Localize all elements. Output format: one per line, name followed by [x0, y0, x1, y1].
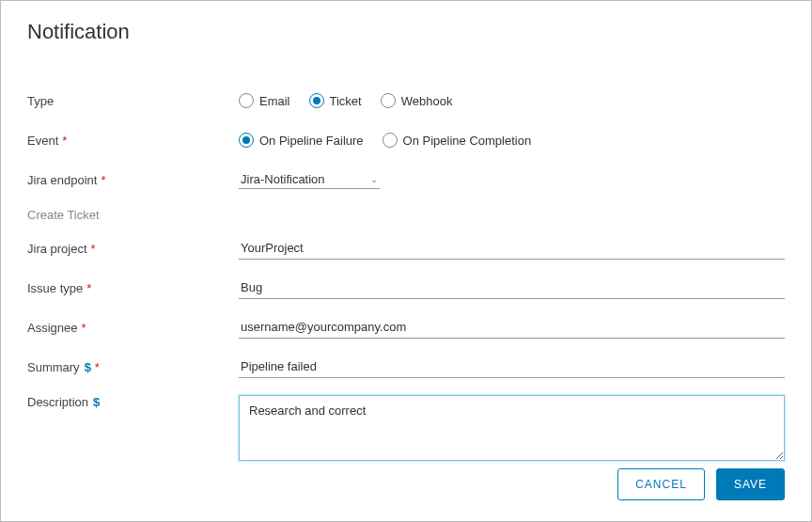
label-issue-type: Issue type *: [27, 281, 239, 295]
radio-event-completion[interactable]: On Pipeline Completion: [383, 133, 532, 148]
required-icon: *: [91, 242, 96, 256]
jira-project-field: [239, 237, 785, 260]
label-summary: Summary $ *: [27, 360, 239, 374]
row-issue-type: Issue type *: [27, 277, 785, 299]
label-jira-project: Jira project *: [27, 242, 239, 256]
jira-endpoint-value: Jira-Notification: [241, 172, 325, 186]
row-type: Type Email Ticket Webhook: [27, 89, 785, 112]
assignee-input[interactable]: [239, 316, 785, 339]
row-assignee: Assignee *: [27, 316, 785, 339]
variable-icon[interactable]: $: [93, 395, 100, 409]
radio-type-ticket[interactable]: Ticket: [309, 93, 362, 108]
variable-icon[interactable]: $: [85, 360, 91, 374]
required-icon: *: [62, 134, 67, 148]
required-icon: *: [95, 360, 100, 374]
issue-type-input[interactable]: [239, 277, 785, 299]
label-jira-endpoint: Jira endpoint *: [27, 173, 239, 187]
button-bar: CANCEL SAVE: [617, 468, 785, 500]
radio-event-completion-label: On Pipeline Completion: [403, 134, 532, 148]
page-title: Notification: [27, 20, 785, 44]
endpoint-field: Jira-Notification ⌄: [239, 170, 785, 189]
radio-circle-icon: [239, 133, 254, 148]
radio-type-webhook[interactable]: Webhook: [381, 93, 453, 108]
radio-circle-icon: [383, 133, 398, 148]
assignee-field: [239, 316, 785, 339]
issue-type-field: [239, 277, 785, 299]
label-assignee: Assignee *: [27, 321, 239, 335]
label-type-text: Type: [27, 94, 54, 108]
radio-circle-icon: [381, 93, 396, 108]
label-event-text: Event: [27, 134, 58, 148]
event-radio-group: On Pipeline Failure On Pipeline Completi…: [239, 133, 785, 148]
required-icon: *: [81, 321, 86, 335]
radio-type-email[interactable]: Email: [239, 93, 290, 108]
description-input[interactable]: [239, 395, 785, 461]
required-icon: *: [86, 281, 91, 295]
label-jira-endpoint-text: Jira endpoint: [27, 173, 97, 187]
row-jira-project: Jira project *: [27, 237, 785, 260]
jira-project-input[interactable]: [239, 237, 785, 260]
section-create-ticket: Create Ticket: [27, 208, 785, 222]
label-description: Description $: [27, 395, 239, 409]
cancel-button[interactable]: CANCEL: [617, 468, 705, 500]
label-summary-text: Summary: [27, 360, 80, 374]
radio-event-failure[interactable]: On Pipeline Failure: [239, 133, 364, 148]
required-icon: *: [101, 173, 105, 187]
radio-circle-icon: [239, 93, 254, 108]
row-jira-endpoint: Jira endpoint * Jira-Notification ⌄: [27, 168, 785, 191]
label-description-text: Description: [27, 395, 88, 409]
summary-input[interactable]: [239, 356, 785, 378]
save-button[interactable]: SAVE: [716, 468, 785, 500]
description-field: [239, 395, 785, 461]
row-description: Description $: [27, 395, 785, 461]
row-summary: Summary $ *: [27, 356, 785, 378]
radio-type-email-label: Email: [259, 94, 290, 108]
label-jira-project-text: Jira project: [27, 242, 87, 256]
radio-type-webhook-label: Webhook: [401, 94, 453, 108]
radio-type-ticket-label: Ticket: [330, 94, 362, 108]
row-event: Event * On Pipeline Failure On Pipeline …: [27, 129, 785, 151]
notification-panel: Notification Type Email Ticket Webhook E…: [0, 0, 812, 522]
label-type: Type: [27, 94, 239, 108]
radio-circle-icon: [309, 93, 324, 108]
type-radio-group: Email Ticket Webhook: [239, 93, 785, 108]
label-assignee-text: Assignee: [27, 321, 77, 335]
label-event: Event *: [27, 134, 239, 148]
jira-endpoint-select[interactable]: Jira-Notification ⌄: [239, 170, 380, 189]
radio-event-failure-label: On Pipeline Failure: [259, 134, 364, 148]
label-issue-type-text: Issue type: [27, 281, 83, 295]
summary-field: [239, 356, 785, 378]
chevron-down-icon: ⌄: [370, 174, 378, 184]
